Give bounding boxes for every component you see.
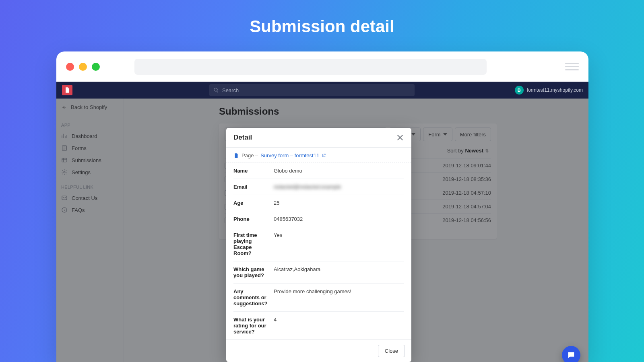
modal-footer: Close xyxy=(226,339,411,362)
modal-title: Detail xyxy=(233,134,252,142)
external-link-icon xyxy=(322,153,326,158)
page-title: Submission detail xyxy=(0,0,644,36)
field-label: Age xyxy=(233,200,274,206)
app-topbar: Search B formtest11.myshopify.com xyxy=(56,82,588,99)
field-value: Alcatraz,Aokigahara xyxy=(274,266,404,278)
browser-titlebar xyxy=(56,51,588,82)
detail-fields: NameGlobo demoEmailredacted@redacted.exa… xyxy=(226,163,411,339)
avatar: B xyxy=(515,86,524,95)
field-value: Provide more challenging games! xyxy=(274,288,404,306)
account-domain: formtest11.myshopify.com xyxy=(527,87,583,93)
field-label: What is your rating for our service? xyxy=(233,317,274,335)
detail-modal: Detail Page – Survey form – formtest11 N… xyxy=(226,128,411,362)
close-button[interactable]: Close xyxy=(378,345,405,357)
source-prefix: Page – xyxy=(242,152,258,158)
field-value: 25 xyxy=(274,200,404,206)
field-value: Yes xyxy=(274,232,404,256)
field-label: Any comments or suggestions? xyxy=(233,288,274,306)
search-icon xyxy=(213,87,219,93)
field-label: Which game you played? xyxy=(233,266,274,278)
detail-field-row: NameGlobo demo xyxy=(233,163,404,179)
chat-fab[interactable] xyxy=(562,346,580,362)
browser-menu-icon[interactable] xyxy=(565,63,579,70)
field-label: Phone xyxy=(233,216,274,222)
close-window-icon[interactable] xyxy=(66,63,74,71)
maximize-window-icon[interactable] xyxy=(92,63,100,71)
detail-field-row: What is your rating for our service?4 xyxy=(233,312,404,339)
browser-frame: Search B formtest11.myshopify.com Back t… xyxy=(56,51,588,362)
detail-field-row: Phone0485637032 xyxy=(233,211,404,227)
modal-source-link[interactable]: Page – Survey form – formtest11 xyxy=(226,148,411,163)
modal-header: Detail xyxy=(226,128,411,148)
field-label: First time playing Escape Room? xyxy=(233,232,274,256)
detail-field-row: Emailredacted@redacted.example xyxy=(233,179,404,195)
field-value: Globo demo xyxy=(274,168,404,174)
close-icon[interactable] xyxy=(396,134,404,142)
field-value: 0485637032 xyxy=(274,216,404,222)
detail-field-row: First time playing Escape Room?Yes xyxy=(233,227,404,261)
detail-field-row: Any comments or suggestions?Provide more… xyxy=(233,284,404,312)
app-body: Back to Shopify APP Dashboard Forms Subm… xyxy=(56,99,588,362)
detail-field-row: Age25 xyxy=(233,195,404,211)
window-controls xyxy=(66,63,100,71)
search-placeholder: Search xyxy=(222,87,239,93)
app-search-input[interactable]: Search xyxy=(209,84,415,96)
field-label: Email xyxy=(233,184,274,190)
field-label: Name xyxy=(233,168,274,174)
field-value: redacted@redacted.example xyxy=(274,184,404,190)
minimize-window-icon[interactable] xyxy=(79,63,87,71)
source-link-text[interactable]: Survey form – formtest11 xyxy=(260,152,319,158)
chat-icon xyxy=(567,351,576,360)
url-bar[interactable] xyxy=(134,59,487,75)
account-info[interactable]: B formtest11.myshopify.com xyxy=(515,86,583,95)
page-icon xyxy=(233,153,239,158)
detail-field-row: Which game you played?Alcatraz,Aokigahar… xyxy=(233,261,404,284)
field-value: 4 xyxy=(274,317,404,335)
app-logo-icon[interactable] xyxy=(62,85,72,95)
